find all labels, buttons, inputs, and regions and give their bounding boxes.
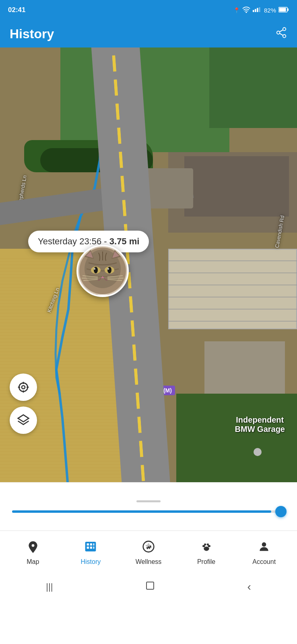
poi-label: IndependentBMW Garage xyxy=(235,415,285,434)
wellness-nav-icon xyxy=(142,540,155,556)
svg-point-43 xyxy=(19,383,27,391)
svg-line-12 xyxy=(280,30,283,32)
timeline-area xyxy=(0,482,297,530)
svg-point-63 xyxy=(206,543,208,545)
svg-rect-54 xyxy=(93,543,95,545)
nav-item-map[interactable]: Map xyxy=(9,537,57,569)
svg-point-34 xyxy=(107,268,109,270)
map-nav-icon xyxy=(27,540,39,556)
svg-point-64 xyxy=(262,542,266,547)
svg-rect-2 xyxy=(255,9,256,12)
pet-avatar xyxy=(76,245,129,297)
svg-point-59 xyxy=(204,547,209,551)
svg-rect-1 xyxy=(253,10,254,12)
android-back-btn[interactable]: ‹ xyxy=(247,580,251,593)
timeline-slider[interactable] xyxy=(12,510,285,513)
svg-rect-6 xyxy=(287,8,289,11)
pet-marker[interactable] xyxy=(76,245,129,297)
wellness-nav-label: Wellness xyxy=(136,558,162,566)
wifi-icon xyxy=(242,6,250,14)
timeline-thumb[interactable] xyxy=(275,506,287,517)
svg-point-9 xyxy=(277,31,280,34)
poi-text: IndependentBMW Garage xyxy=(235,415,285,433)
svg-rect-3 xyxy=(257,8,258,12)
status-time: 02:41 xyxy=(8,6,25,14)
share-button[interactable] xyxy=(275,27,287,41)
account-nav-label: Account xyxy=(252,558,276,566)
status-bar: 02:41 📍 82% xyxy=(0,0,297,20)
svg-rect-53 xyxy=(90,543,92,545)
svg-point-8 xyxy=(283,27,286,31)
svg-point-50 xyxy=(31,544,34,547)
nav-item-history[interactable]: History xyxy=(66,537,115,569)
svg-point-0 xyxy=(245,12,247,13)
map-controls xyxy=(10,374,37,434)
android-recent-btn[interactable]: ||| xyxy=(46,582,53,592)
android-nav-bar: ||| ‹ xyxy=(0,575,297,599)
svg-rect-57 xyxy=(93,547,95,549)
history-nav-icon xyxy=(84,540,97,556)
svg-rect-4 xyxy=(259,7,260,12)
svg-point-62 xyxy=(204,543,206,545)
nav-item-profile[interactable]: Profile xyxy=(182,537,231,569)
svg-rect-7 xyxy=(279,8,286,11)
svg-rect-65 xyxy=(146,582,154,589)
signal-icon xyxy=(253,7,262,14)
drag-handle[interactable] xyxy=(136,500,161,502)
svg-marker-48 xyxy=(18,415,29,422)
svg-point-32 xyxy=(107,267,111,273)
bottom-navigation: Map History Wellness xyxy=(0,530,297,575)
nav-item-wellness[interactable]: Wellness xyxy=(124,537,173,569)
svg-point-33 xyxy=(94,268,95,270)
map-nav-label: Map xyxy=(27,558,39,566)
svg-point-31 xyxy=(94,267,98,273)
location-dot xyxy=(254,448,262,456)
profile-nav-label: Profile xyxy=(197,558,215,566)
battery-text: 82% xyxy=(264,7,276,14)
status-icons: 📍 82% xyxy=(233,6,289,14)
svg-rect-52 xyxy=(87,543,89,545)
history-nav-label: History xyxy=(81,558,101,566)
nav-item-account[interactable]: Account xyxy=(240,537,288,569)
location-icon: 📍 xyxy=(233,7,240,13)
svg-rect-55 xyxy=(87,547,89,549)
map-view[interactable]: Shepherds Ln Meadway Kitching Ln Cavendi… xyxy=(0,47,297,482)
profile-nav-icon xyxy=(200,540,213,556)
location-center-button[interactable] xyxy=(10,374,37,401)
svg-line-11 xyxy=(280,33,283,35)
timeline-fill xyxy=(12,510,271,513)
page-title: History xyxy=(10,27,54,41)
account-nav-icon xyxy=(258,540,270,556)
svg-point-42 xyxy=(22,386,25,389)
android-home-btn[interactable] xyxy=(145,580,155,593)
svg-rect-56 xyxy=(90,547,92,549)
battery-icon xyxy=(278,7,289,14)
app-header: History xyxy=(0,20,297,47)
svg-point-10 xyxy=(283,35,286,38)
map-layers-button[interactable] xyxy=(10,407,37,434)
